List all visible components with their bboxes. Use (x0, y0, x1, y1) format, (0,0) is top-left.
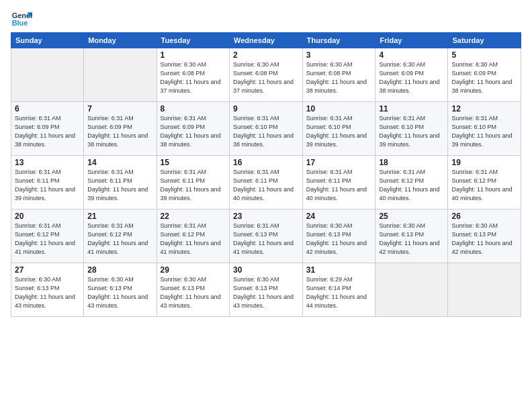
day-number: 30 (233, 265, 299, 275)
day-number: 26 (451, 212, 517, 221)
day-number: 28 (87, 265, 152, 275)
day-info: Sunrise: 6:30 AM Sunset: 6:13 PM Dayligh… (379, 222, 444, 257)
calendar: SundayMondayTuesdayWednesdayThursdayFrid… (11, 32, 521, 317)
calendar-cell: 31Sunrise: 6:29 AM Sunset: 6:14 PM Dayli… (302, 263, 375, 317)
calendar-cell: 9Sunrise: 6:31 AM Sunset: 6:10 PM Daylig… (229, 102, 302, 156)
day-number: 6 (15, 104, 80, 113)
calendar-cell: 5Sunrise: 6:30 AM Sunset: 6:09 PM Daylig… (448, 48, 521, 102)
calendar-cell: 13Sunrise: 6:31 AM Sunset: 6:11 PM Dayli… (11, 156, 84, 210)
calendar-cell: 14Sunrise: 6:31 AM Sunset: 6:11 PM Dayli… (84, 156, 157, 210)
calendar-cell: 8Sunrise: 6:31 AM Sunset: 6:09 PM Daylig… (157, 102, 229, 156)
day-info: Sunrise: 6:31 AM Sunset: 6:13 PM Dayligh… (233, 222, 299, 257)
col-header-tuesday: Tuesday (157, 33, 229, 48)
day-info: Sunrise: 6:31 AM Sunset: 6:12 PM Dayligh… (379, 168, 444, 203)
day-number: 17 (306, 158, 372, 167)
calendar-cell: 10Sunrise: 6:31 AM Sunset: 6:10 PM Dayli… (302, 102, 375, 156)
day-info: Sunrise: 6:31 AM Sunset: 6:12 PM Dayligh… (87, 222, 152, 257)
day-number: 22 (161, 212, 226, 221)
calendar-cell: 23Sunrise: 6:31 AM Sunset: 6:13 PM Dayli… (229, 210, 302, 263)
calendar-cell: 17Sunrise: 6:31 AM Sunset: 6:11 PM Dayli… (302, 156, 375, 210)
col-header-monday: Monday (84, 33, 157, 48)
col-header-saturday: Saturday (448, 33, 521, 48)
col-header-wednesday: Wednesday (229, 33, 302, 48)
calendar-cell: 2Sunrise: 6:30 AM Sunset: 6:08 PM Daylig… (229, 48, 302, 102)
day-number: 8 (161, 104, 226, 113)
day-number: 13 (15, 158, 80, 167)
calendar-cell: 24Sunrise: 6:30 AM Sunset: 6:13 PM Dayli… (302, 210, 375, 263)
day-info: Sunrise: 6:30 AM Sunset: 6:09 PM Dayligh… (379, 60, 444, 95)
day-number: 10 (306, 104, 372, 113)
day-info: Sunrise: 6:31 AM Sunset: 6:10 PM Dayligh… (306, 114, 372, 149)
day-number: 4 (379, 50, 444, 60)
day-number: 11 (379, 104, 444, 113)
day-info: Sunrise: 6:31 AM Sunset: 6:09 PM Dayligh… (87, 114, 152, 149)
day-info: Sunrise: 6:30 AM Sunset: 6:08 PM Dayligh… (161, 60, 226, 95)
day-info: Sunrise: 6:30 AM Sunset: 6:13 PM Dayligh… (161, 275, 226, 310)
day-number: 5 (451, 50, 517, 60)
calendar-cell: 15Sunrise: 6:31 AM Sunset: 6:11 PM Dayli… (157, 156, 229, 210)
calendar-cell: 1Sunrise: 6:30 AM Sunset: 6:08 PM Daylig… (157, 48, 229, 102)
calendar-cell: 28Sunrise: 6:30 AM Sunset: 6:13 PM Dayli… (84, 263, 157, 317)
day-number: 15 (161, 158, 226, 167)
day-info: Sunrise: 6:31 AM Sunset: 6:11 PM Dayligh… (161, 168, 226, 203)
day-number: 14 (87, 158, 152, 167)
day-info: Sunrise: 6:31 AM Sunset: 6:09 PM Dayligh… (161, 114, 226, 149)
col-header-thursday: Thursday (302, 33, 375, 48)
day-number: 3 (306, 50, 372, 60)
day-number: 1 (161, 50, 226, 60)
day-number: 2 (233, 50, 299, 60)
calendar-cell: 4Sunrise: 6:30 AM Sunset: 6:09 PM Daylig… (375, 48, 448, 102)
calendar-cell: 18Sunrise: 6:31 AM Sunset: 6:12 PM Dayli… (375, 156, 448, 210)
calendar-cell: 21Sunrise: 6:31 AM Sunset: 6:12 PM Dayli… (84, 210, 157, 263)
day-info: Sunrise: 6:30 AM Sunset: 6:08 PM Dayligh… (233, 60, 299, 95)
day-number: 21 (87, 212, 152, 221)
day-info: Sunrise: 6:30 AM Sunset: 6:13 PM Dayligh… (15, 275, 80, 310)
calendar-cell: 30Sunrise: 6:30 AM Sunset: 6:13 PM Dayli… (229, 263, 302, 317)
day-info: Sunrise: 6:31 AM Sunset: 6:11 PM Dayligh… (233, 168, 299, 203)
calendar-cell: 25Sunrise: 6:30 AM Sunset: 6:13 PM Dayli… (375, 210, 448, 263)
calendar-cell: 16Sunrise: 6:31 AM Sunset: 6:11 PM Dayli… (229, 156, 302, 210)
day-info: Sunrise: 6:31 AM Sunset: 6:12 PM Dayligh… (451, 168, 517, 203)
logo: General Blue (11, 7, 35, 28)
day-info: Sunrise: 6:31 AM Sunset: 6:09 PM Dayligh… (15, 114, 80, 149)
calendar-cell: 6Sunrise: 6:31 AM Sunset: 6:09 PM Daylig… (11, 102, 84, 156)
calendar-cell: 12Sunrise: 6:31 AM Sunset: 6:10 PM Dayli… (448, 102, 521, 156)
day-info: Sunrise: 6:31 AM Sunset: 6:12 PM Dayligh… (15, 222, 80, 257)
svg-text:Blue: Blue (12, 19, 28, 27)
calendar-cell: 19Sunrise: 6:31 AM Sunset: 6:12 PM Dayli… (448, 156, 521, 210)
day-info: Sunrise: 6:30 AM Sunset: 6:13 PM Dayligh… (233, 275, 299, 310)
day-number: 19 (451, 158, 517, 167)
calendar-cell: 20Sunrise: 6:31 AM Sunset: 6:12 PM Dayli… (11, 210, 84, 263)
calendar-cell (448, 263, 521, 317)
calendar-cell: 11Sunrise: 6:31 AM Sunset: 6:10 PM Dayli… (375, 102, 448, 156)
calendar-cell: 26Sunrise: 6:30 AM Sunset: 6:13 PM Dayli… (448, 210, 521, 263)
day-number: 23 (233, 212, 299, 221)
day-info: Sunrise: 6:30 AM Sunset: 6:13 PM Dayligh… (87, 275, 152, 310)
day-number: 25 (379, 212, 444, 221)
calendar-cell (375, 263, 448, 317)
calendar-cell: 22Sunrise: 6:31 AM Sunset: 6:12 PM Dayli… (157, 210, 229, 263)
col-header-sunday: Sunday (11, 33, 84, 48)
calendar-cell: 3Sunrise: 6:30 AM Sunset: 6:08 PM Daylig… (302, 48, 375, 102)
day-info: Sunrise: 6:31 AM Sunset: 6:10 PM Dayligh… (233, 114, 299, 149)
day-number: 27 (15, 265, 80, 275)
day-info: Sunrise: 6:29 AM Sunset: 6:14 PM Dayligh… (306, 275, 372, 310)
col-header-friday: Friday (375, 33, 448, 48)
day-number: 7 (87, 104, 152, 113)
calendar-cell: 27Sunrise: 6:30 AM Sunset: 6:13 PM Dayli… (11, 263, 84, 317)
day-number: 12 (451, 104, 517, 113)
calendar-cell: 29Sunrise: 6:30 AM Sunset: 6:13 PM Dayli… (157, 263, 229, 317)
day-info: Sunrise: 6:31 AM Sunset: 6:11 PM Dayligh… (15, 168, 80, 203)
day-number: 24 (306, 212, 372, 221)
day-number: 16 (233, 158, 299, 167)
day-info: Sunrise: 6:31 AM Sunset: 6:11 PM Dayligh… (306, 168, 372, 203)
day-info: Sunrise: 6:31 AM Sunset: 6:12 PM Dayligh… (161, 222, 226, 257)
day-number: 18 (379, 158, 444, 167)
day-info: Sunrise: 6:30 AM Sunset: 6:13 PM Dayligh… (306, 222, 372, 257)
day-number: 20 (15, 212, 80, 221)
day-info: Sunrise: 6:31 AM Sunset: 6:10 PM Dayligh… (451, 114, 517, 149)
calendar-cell (11, 48, 84, 102)
day-info: Sunrise: 6:31 AM Sunset: 6:11 PM Dayligh… (87, 168, 152, 203)
calendar-cell: 7Sunrise: 6:31 AM Sunset: 6:09 PM Daylig… (84, 102, 157, 156)
day-info: Sunrise: 6:30 AM Sunset: 6:08 PM Dayligh… (306, 60, 372, 95)
